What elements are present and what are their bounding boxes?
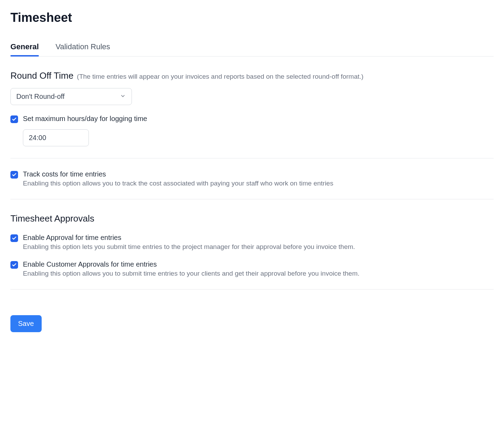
divider bbox=[10, 199, 494, 199]
max-hours-input[interactable] bbox=[23, 129, 89, 146]
divider bbox=[10, 289, 494, 290]
customer-approval-desc: Enabling this option allows you to submi… bbox=[23, 270, 494, 277]
customer-approval-checkbox[interactable] bbox=[10, 261, 18, 269]
track-costs-row: Track costs for time entries Enabling th… bbox=[10, 170, 494, 187]
track-costs-desc: Enabling this option allows you to track… bbox=[23, 180, 494, 187]
page-title: Timesheet bbox=[10, 10, 494, 25]
max-hours-label: Set maximum hours/day for logging time bbox=[23, 115, 494, 123]
enable-approval-checkbox[interactable] bbox=[10, 234, 18, 242]
track-costs-checkbox[interactable] bbox=[10, 171, 18, 179]
round-off-select[interactable]: Don't Round-off bbox=[10, 88, 132, 105]
save-button[interactable]: Save bbox=[10, 315, 42, 332]
max-hours-checkbox[interactable] bbox=[10, 115, 18, 123]
tab-general[interactable]: General bbox=[10, 42, 39, 56]
round-off-select-wrapper: Don't Round-off bbox=[10, 88, 132, 105]
round-off-title: Round Off Time bbox=[10, 70, 74, 81]
customer-approval-row: Enable Customer Approvals for time entri… bbox=[10, 260, 494, 277]
enable-approval-label: Enable Approval for time entries bbox=[23, 234, 494, 242]
enable-approval-desc: Enabling this option lets you submit tim… bbox=[23, 243, 494, 251]
track-costs-label: Track costs for time entries bbox=[23, 170, 494, 178]
round-off-hint: (The time entries will appear on your in… bbox=[77, 73, 364, 80]
approvals-title: Timesheet Approvals bbox=[10, 213, 494, 224]
divider bbox=[10, 158, 494, 158]
tabs: General Validation Rules bbox=[10, 42, 494, 57]
tab-validation-rules[interactable]: Validation Rules bbox=[56, 42, 110, 56]
customer-approval-label: Enable Customer Approvals for time entri… bbox=[23, 260, 494, 268]
round-off-section-header: Round Off Time (The time entries will ap… bbox=[10, 70, 494, 81]
enable-approval-row: Enable Approval for time entries Enablin… bbox=[10, 234, 494, 251]
max-hours-row: Set maximum hours/day for logging time bbox=[10, 115, 494, 123]
